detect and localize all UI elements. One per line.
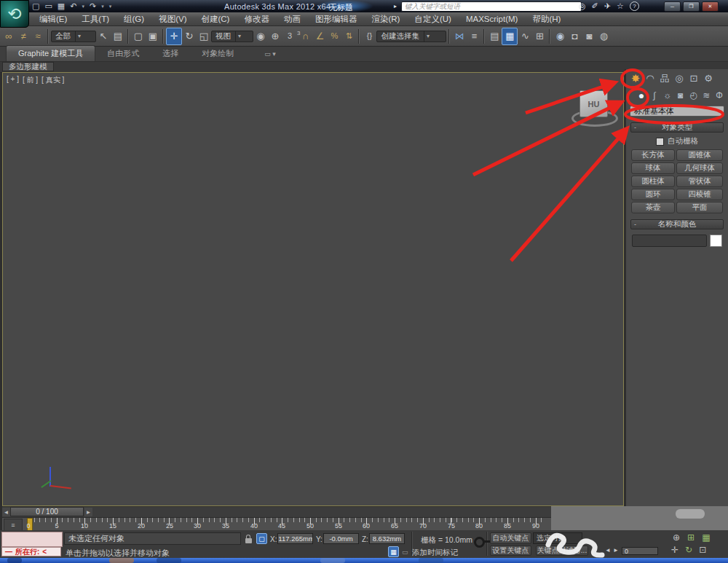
pyramid-button[interactable]: 四棱锥 <box>676 189 723 200</box>
edit-named-selection-sets-icon[interactable]: {} <box>362 28 376 44</box>
tube-button[interactable]: 管状体 <box>676 176 723 187</box>
tab-selection[interactable]: 选择 <box>151 46 190 61</box>
key-filter-dropdown[interactable]: 选定对象 <box>533 532 582 544</box>
menu-modifiers[interactable]: 修改器 <box>237 12 277 25</box>
menu-rendering[interactable]: 渲染(R) <box>364 12 407 25</box>
material-editor-icon[interactable]: ◉ <box>553 28 567 44</box>
sphere-button[interactable]: 球体 <box>631 162 675 174</box>
minimize-button[interactable]: ─ <box>664 1 681 12</box>
window-crossing-icon[interactable]: ▣ <box>146 28 160 44</box>
zoom-extents-icon[interactable]: ⊞ <box>687 533 695 542</box>
favorites-icon[interactable]: ☆ <box>617 2 624 10</box>
lights-category-icon[interactable]: ☼ <box>661 88 674 103</box>
subscription-icon[interactable]: ✐ <box>592 2 598 10</box>
utilities-tab-icon[interactable]: ⚙ <box>701 71 716 85</box>
zoom-extents-all-icon[interactable]: ▦ <box>702 533 710 542</box>
ribbon-minimize-icon[interactable]: ▭ ▾ <box>264 50 276 58</box>
time-slider[interactable]: ◄ 0 / 100 ► <box>2 507 551 518</box>
time-slider-handle[interactable]: 0 / 100 <box>10 507 84 516</box>
select-and-manipulate-icon[interactable]: ⊕ <box>268 28 282 44</box>
absolute-mode-toggle-icon[interactable]: ▢ <box>256 533 267 544</box>
communication-center-icon[interactable]: ✈ <box>604 2 611 10</box>
redo-dropdown-icon[interactable]: ▾ <box>101 4 104 9</box>
undo-icon[interactable]: ↶ <box>70 2 76 10</box>
tab-graphite-modeling[interactable]: Graphite 建模工具 <box>6 45 95 61</box>
reference-coordinate-dropdown[interactable]: 视图 ▾ <box>211 31 253 42</box>
set-key-button[interactable]: 设置关键点 <box>490 546 531 556</box>
zoom-icon[interactable]: ⊕ <box>673 533 680 542</box>
toolbar-options-icon[interactable]: ▾ <box>109 4 112 9</box>
align-icon[interactable]: ≡ <box>467 28 481 44</box>
tab-freeform[interactable]: 自由形式 <box>95 46 151 61</box>
orbit-icon[interactable]: ↻ <box>685 546 692 554</box>
select-by-name-icon[interactable]: ▤ <box>111 28 125 44</box>
shapes-category-icon[interactable]: ∫ <box>648 88 661 103</box>
go-to-end-icon[interactable]: ► <box>613 547 619 554</box>
select-and-link-icon[interactable]: ∞ <box>1 28 16 44</box>
menu-tools[interactable]: 工具(T) <box>74 12 116 25</box>
hierarchy-tab-icon[interactable]: 品 <box>657 71 672 85</box>
snaps-toggle-icon[interactable]: ∩ <box>298 28 312 44</box>
go-to-start-icon[interactable]: ◄ <box>605 547 611 554</box>
space-warps-category-icon[interactable]: ≋ <box>700 88 713 103</box>
help-icon[interactable]: ? <box>630 1 639 11</box>
systems-category-icon[interactable]: Φ <box>713 88 726 103</box>
geosphere-button[interactable]: 几何球体 <box>676 162 723 174</box>
undo-dropdown-icon[interactable]: ▾ <box>82 4 84 9</box>
display-tab-icon[interactable]: ⊡ <box>687 71 701 85</box>
cylinder-button[interactable]: 圆柱体 <box>631 176 675 187</box>
render-production-icon[interactable]: ◍ <box>596 28 611 44</box>
open-file-icon[interactable]: ▭ <box>44 2 52 10</box>
redo-icon[interactable]: ↷ <box>90 2 96 10</box>
maxscript-listener-line[interactable]: — 所在行: < <box>1 547 61 556</box>
maximize-viewport-toggle-icon[interactable]: ⊡ <box>699 546 706 554</box>
track-bar[interactable]: ≡ 0 5 10 15 20 25 30 35 40 45 50 55 60 6… <box>2 518 551 531</box>
rectangular-selection-region-icon[interactable]: ▢ <box>131 28 146 44</box>
scroll-left-icon[interactable]: < <box>42 548 47 556</box>
menu-views[interactable]: 视图(V) <box>151 12 194 25</box>
search-icon[interactable]: ◎ <box>579 2 586 10</box>
graphite-ribbon-toggle-icon[interactable]: ▦ <box>502 28 518 45</box>
box-button[interactable]: 长方体 <box>631 149 675 161</box>
add-time-tag[interactable]: 添加时间标记 <box>412 548 458 558</box>
keyboard-override-toggle[interactable]: 3 <box>282 28 297 44</box>
select-object-icon[interactable]: ↖ <box>96 28 111 44</box>
menu-graph-editors[interactable]: 图形编辑器 <box>308 12 365 25</box>
previous-frame-icon[interactable]: ◄ <box>2 508 10 516</box>
layer-manager-icon[interactable]: ▤ <box>487 28 502 44</box>
spinner-snap-icon[interactable]: ⇅ <box>341 28 356 44</box>
object-type-rollout-header[interactable]: - 对象类型 <box>630 122 724 133</box>
select-and-scale-icon[interactable]: ◱ <box>197 28 211 44</box>
select-and-move-icon[interactable]: ✛ <box>166 28 182 45</box>
motion-tab-icon[interactable]: ◎ <box>672 71 687 85</box>
select-and-rotate-icon[interactable]: ↻ <box>182 28 197 44</box>
autogrid-checkbox[interactable] <box>656 138 664 146</box>
menu-edit[interactable]: 编辑(E) <box>32 12 74 25</box>
menu-group[interactable]: 组(G) <box>116 12 151 25</box>
helpers-category-icon[interactable]: ◴ <box>687 88 700 103</box>
geometry-category-icon[interactable]: ● <box>635 88 648 103</box>
rendered-frame-window-icon[interactable]: ◙ <box>582 28 596 44</box>
maximize-button[interactable]: ❐ <box>683 1 700 12</box>
menu-maxscript[interactable]: MAXScript(M) <box>459 12 526 25</box>
mini-curve-editor-icon[interactable]: ≡ <box>4 519 23 531</box>
torus-button[interactable]: 圆环 <box>631 189 675 200</box>
bind-to-space-warp-icon[interactable]: ≈ <box>31 28 45 44</box>
menu-animation[interactable]: 动画 <box>277 12 308 25</box>
viewport-front[interactable]: [ + ] [ 前 ] [ 真实 ] HU <box>2 72 624 506</box>
new-scene-icon[interactable]: ▢ <box>32 2 39 10</box>
pan-view-icon[interactable]: ✛ <box>671 546 678 554</box>
viewcube[interactable]: HU <box>579 90 608 117</box>
cone-button[interactable]: 圆锥体 <box>676 149 723 161</box>
set-keys-icon[interactable] <box>474 537 485 548</box>
viewport-menu-general[interactable]: [ + ] <box>7 75 19 85</box>
render-setup-icon[interactable]: ◘ <box>567 28 582 44</box>
use-pivot-point-icon[interactable]: ◉ <box>253 28 268 44</box>
tab-object-paint[interactable]: 对象绘制 <box>190 46 245 61</box>
key-filters-button[interactable]: 关键点过滤器... <box>536 546 588 556</box>
named-selection-set-dropdown[interactable]: 创建选择集 ▾ <box>376 31 446 42</box>
save-file-icon[interactable]: ▦ <box>58 2 65 10</box>
modify-tab-icon[interactable]: ◠ <box>643 71 657 85</box>
z-coord-field[interactable]: 8.632mm <box>369 533 405 544</box>
primitive-category-dropdown[interactable]: 标准基本体 ▾ <box>630 106 724 117</box>
